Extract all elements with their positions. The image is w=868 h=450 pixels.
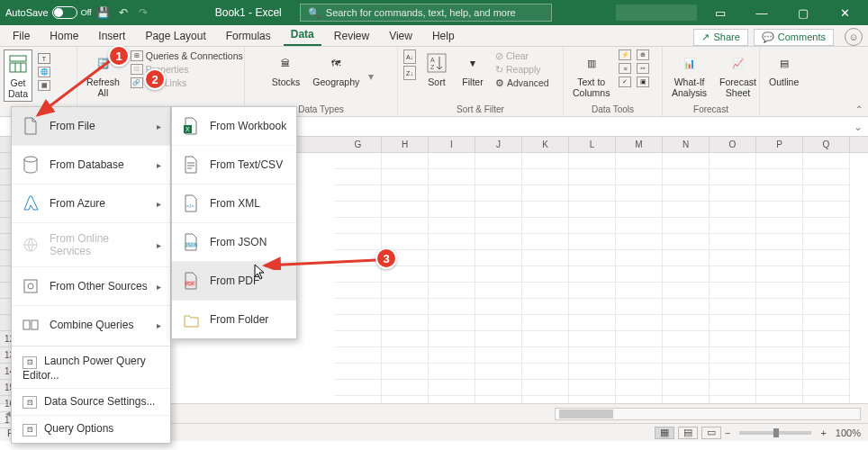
cell[interactable] bbox=[710, 364, 756, 380]
menu-item-data-source-settings-[interactable]: ⊡Data Source Settings... bbox=[12, 388, 170, 416]
tab-file[interactable]: File bbox=[5, 26, 37, 46]
cell[interactable] bbox=[522, 315, 569, 331]
cell[interactable] bbox=[663, 250, 710, 266]
cell[interactable] bbox=[475, 283, 522, 299]
close-icon[interactable]: ✕ bbox=[827, 0, 863, 25]
cell[interactable] bbox=[663, 380, 710, 396]
advanced-filter-button[interactable]: ⚙Advanced bbox=[493, 76, 551, 89]
cell[interactable] bbox=[569, 299, 616, 315]
cell[interactable] bbox=[756, 380, 803, 396]
cell[interactable] bbox=[382, 153, 429, 169]
cell[interactable] bbox=[756, 153, 803, 169]
outline-button[interactable]: ▤ Outline bbox=[765, 50, 802, 89]
cell[interactable] bbox=[522, 185, 569, 202]
column-header[interactable]: L bbox=[569, 137, 616, 152]
cell[interactable] bbox=[616, 250, 663, 266]
cell[interactable] bbox=[663, 234, 710, 250]
cell[interactable] bbox=[616, 299, 663, 315]
cell[interactable] bbox=[663, 315, 710, 331]
cell[interactable] bbox=[475, 315, 522, 331]
flash-fill-icon[interactable]: ⚡ bbox=[619, 50, 631, 60]
cell[interactable] bbox=[429, 202, 475, 218]
cell[interactable] bbox=[382, 185, 429, 202]
cell[interactable] bbox=[335, 202, 382, 218]
cell[interactable] bbox=[335, 283, 382, 299]
cell[interactable] bbox=[475, 299, 522, 315]
cell[interactable] bbox=[429, 299, 475, 315]
cell[interactable] bbox=[382, 331, 429, 347]
cell[interactable] bbox=[382, 218, 429, 234]
cell[interactable] bbox=[429, 380, 475, 396]
cell[interactable] bbox=[569, 185, 616, 202]
cell[interactable] bbox=[663, 364, 710, 380]
zoom-level[interactable]: 100% bbox=[836, 428, 861, 438]
get-data-button[interactable]: Get Data bbox=[4, 50, 32, 102]
cell[interactable] bbox=[569, 218, 616, 234]
consolidate-icon[interactable]: ⊕ bbox=[637, 50, 649, 60]
cell[interactable] bbox=[335, 380, 382, 396]
menu-item-from-file[interactable]: From File ▸ bbox=[12, 107, 170, 146]
tab-pagelayout[interactable]: Page Layout bbox=[138, 26, 212, 46]
pagebreak-view-icon[interactable]: ▭ bbox=[701, 427, 721, 439]
cell[interactable] bbox=[616, 283, 663, 299]
collapse-ribbon-icon[interactable]: ⌃ bbox=[855, 104, 863, 114]
sort-az-icon[interactable]: A↓ bbox=[403, 50, 416, 64]
cell[interactable] bbox=[663, 202, 710, 218]
menu-item-from-pdf[interactable]: PDF From PDF bbox=[172, 262, 296, 301]
cell[interactable] bbox=[522, 283, 569, 299]
queries-connections-button[interactable]: ⊞Queries & Connections bbox=[129, 50, 245, 62]
search-input[interactable] bbox=[326, 7, 544, 18]
cell[interactable] bbox=[616, 364, 663, 380]
cell[interactable] bbox=[616, 396, 663, 403]
sort-button[interactable]: AZ Sort bbox=[421, 50, 452, 89]
cell[interactable] bbox=[522, 266, 569, 283]
cell[interactable] bbox=[522, 202, 569, 218]
cell[interactable] bbox=[663, 185, 710, 202]
from-table-mini-icon[interactable]: ▦ bbox=[38, 80, 50, 91]
cell[interactable] bbox=[569, 347, 616, 364]
tab-data[interactable]: Data bbox=[284, 24, 321, 46]
cell[interactable] bbox=[429, 250, 475, 266]
cell[interactable] bbox=[710, 234, 756, 250]
cell[interactable] bbox=[522, 234, 569, 250]
cell[interactable] bbox=[756, 266, 803, 283]
cell[interactable] bbox=[616, 347, 663, 364]
cell[interactable] bbox=[475, 202, 522, 218]
cell[interactable] bbox=[710, 347, 756, 364]
column-header[interactable]: N bbox=[663, 137, 710, 152]
cell[interactable] bbox=[429, 347, 475, 364]
cell[interactable] bbox=[429, 364, 475, 380]
cell[interactable] bbox=[382, 202, 429, 218]
cell[interactable] bbox=[522, 218, 569, 234]
cell[interactable] bbox=[803, 315, 850, 331]
cell[interactable] bbox=[803, 266, 850, 283]
account-box[interactable] bbox=[616, 4, 697, 21]
cell[interactable] bbox=[522, 347, 569, 364]
undo-icon[interactable]: ↶ bbox=[115, 4, 131, 21]
cell[interactable] bbox=[756, 315, 803, 331]
tab-help[interactable]: Help bbox=[425, 26, 462, 46]
data-val-icon[interactable]: ✓ bbox=[619, 76, 631, 87]
column-header[interactable]: M bbox=[616, 137, 663, 152]
geography-button[interactable]: 🗺 Geography bbox=[309, 50, 363, 89]
data-model-icon[interactable]: ▣ bbox=[637, 76, 649, 87]
cell[interactable] bbox=[569, 250, 616, 266]
cell[interactable] bbox=[616, 380, 663, 396]
from-text-mini-icon[interactable]: T bbox=[38, 53, 50, 64]
autosave-toggle[interactable]: AutoSave Off bbox=[5, 6, 92, 19]
cell[interactable] bbox=[569, 153, 616, 169]
cell[interactable] bbox=[663, 283, 710, 299]
cell[interactable] bbox=[429, 283, 475, 299]
text-to-columns-button[interactable]: ▥ Text to Columns bbox=[569, 50, 613, 100]
cell[interactable] bbox=[756, 169, 803, 185]
cell[interactable] bbox=[803, 283, 850, 299]
cell[interactable] bbox=[569, 315, 616, 331]
cell[interactable] bbox=[616, 169, 663, 185]
cell[interactable] bbox=[756, 299, 803, 315]
cell[interactable] bbox=[522, 364, 569, 380]
menu-item-from-database[interactable]: From Database ▸ bbox=[12, 146, 170, 184]
cell[interactable] bbox=[756, 185, 803, 202]
cell[interactable] bbox=[335, 347, 382, 364]
cell[interactable] bbox=[616, 266, 663, 283]
menu-item-launch-power-query-editor-[interactable]: ⊡Launch Power Query Editor... bbox=[12, 348, 170, 388]
